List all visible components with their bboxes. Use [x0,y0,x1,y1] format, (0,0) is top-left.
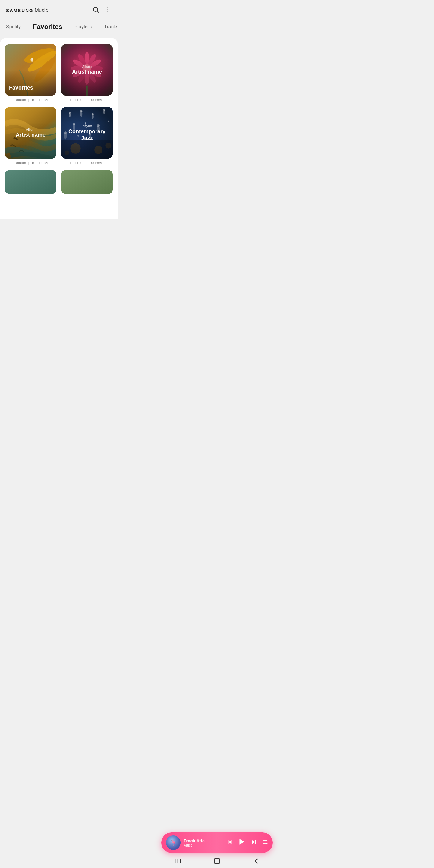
album-title-2: Artist name [16,132,45,138]
jazz-info: 1 album | 100 tracks [70,161,104,165]
album-artist-card-1[interactable]: Album Artist name 1 album | 100 tracks [61,44,113,102]
album-artist-1-info: 1 album | 100 tracks [70,98,104,102]
tab-favorites[interactable]: Favorites [27,21,68,33]
album-subtitle-1: Album [82,64,92,68]
rain-image: Playlist Contemporary Jazz [61,107,113,158]
app-header: SAMSUNG Music [0,0,118,18]
brand-name: SAMSUNG [6,8,33,13]
album-artist-1-overlay: Album Artist name [61,44,113,96]
jazz-title: Contemporary Jazz [65,128,108,141]
search-icon[interactable] [92,6,99,15]
partial-card-2[interactable] [61,170,113,194]
partial-card-1[interactable] [5,170,56,194]
album-artist-2-overlay: Album Artist name [5,107,56,158]
tab-bar: Spotify Favorites Playlists Tracks [0,18,118,38]
header-actions [92,6,112,15]
album-artist-card-2[interactable]: Album Artist name 1 album | 100 tracks [5,107,56,165]
partial-card-row [5,170,113,194]
jazz-subtitle: Playlist [82,124,92,128]
svg-rect-53 [5,170,56,194]
favorites-overlay: Favorites [5,44,56,96]
card-grid: Favorites 1 album | 100 tracks [5,44,113,165]
album-subtitle-2: Album [26,127,35,131]
svg-point-4 [107,11,108,12]
painting-image: Album Artist name [5,107,56,158]
svg-rect-54 [61,170,113,194]
more-options-icon[interactable] [104,6,112,15]
favorites-card-image: Favorites [5,44,56,96]
playlist-jazz-card[interactable]: Playlist Contemporary Jazz 1 album | 100… [61,107,113,165]
tab-spotify[interactable]: Spotify [0,22,27,32]
album-title-1: Artist name [72,69,102,75]
jazz-overlay: Playlist Contemporary Jazz [61,107,113,158]
svg-point-2 [107,7,108,8]
favorites-title: Favorites [9,85,52,91]
tab-tracks[interactable]: Tracks [98,22,118,32]
pink-flower-image: Album Artist name [61,44,113,96]
main-content: Favorites 1 album | 100 tracks [0,38,118,219]
album-artist-2-info: 1 album | 100 tracks [13,161,48,165]
favorites-info: 1 album | 100 tracks [13,98,48,102]
product-name: Music [35,7,48,13]
svg-point-3 [107,9,108,10]
tab-playlists[interactable]: Playlists [68,22,98,32]
favorites-card[interactable]: Favorites 1 album | 100 tracks [5,44,56,102]
app-logo: SAMSUNG Music [6,7,48,13]
svg-line-1 [97,11,99,13]
